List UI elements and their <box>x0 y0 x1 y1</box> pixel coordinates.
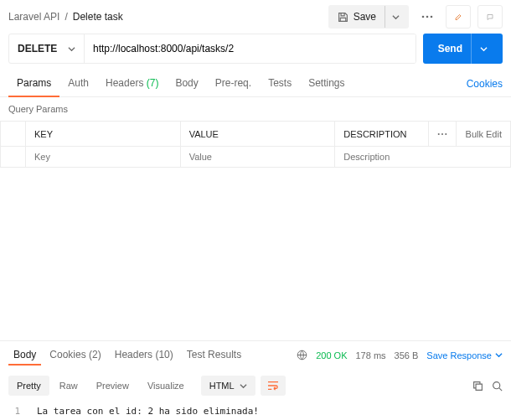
bulk-edit-button[interactable]: Bulk Edit <box>457 122 511 147</box>
view-pretty[interactable]: Pretty <box>8 376 49 396</box>
response-text: La tarea con el id: 2 ha sido eliminada! <box>37 406 259 417</box>
response-body[interactable]: 1 La tarea con el id: 2 ha sido eliminad… <box>0 402 511 420</box>
comment-icon <box>487 12 493 23</box>
tab-count: (7) <box>147 77 159 89</box>
search-icon <box>492 381 503 391</box>
svg-point-0 <box>422 16 425 18</box>
search-button[interactable] <box>492 381 503 391</box>
tab-headers[interactable]: Headers (7) <box>97 70 167 97</box>
chevron-down-icon <box>495 351 503 359</box>
svg-point-5 <box>445 132 446 134</box>
resp-tab-body[interactable]: Body <box>8 345 41 366</box>
method-label: DELETE <box>18 43 57 54</box>
svg-point-4 <box>441 132 443 134</box>
breadcrumb-collection[interactable]: Laravel API <box>8 11 59 23</box>
status-badge: 200 OK <box>316 350 347 360</box>
col-key: KEY <box>26 122 181 147</box>
save-dropdown[interactable] <box>385 6 400 28</box>
query-params-title: Query Params <box>0 97 511 121</box>
send-dropdown[interactable] <box>471 34 488 64</box>
breadcrumb-separator: / <box>65 11 67 23</box>
wrap-icon <box>267 381 279 391</box>
tab-label: Settings <box>308 77 344 89</box>
tab-settings[interactable]: Settings <box>300 70 353 97</box>
desc-input[interactable] <box>343 152 502 162</box>
size-badge: 356 B <box>395 350 419 360</box>
format-label: HTML <box>209 381 235 391</box>
line-number: 1 <box>8 406 20 417</box>
resp-tab-headers[interactable]: Headers (10) <box>110 345 178 366</box>
table-row <box>1 147 511 168</box>
save-resp-label: Save Response <box>426 350 492 360</box>
edit-button[interactable] <box>446 5 471 29</box>
svg-point-1 <box>426 16 429 18</box>
key-input[interactable] <box>34 152 172 162</box>
tab-prereq[interactable]: Pre-req. <box>207 70 260 97</box>
comment-button[interactable] <box>477 5 503 29</box>
tab-count: (2) <box>89 349 101 360</box>
resp-tab-cookies[interactable]: Cookies (2) <box>44 345 106 366</box>
tab-label: Cookies <box>49 349 85 360</box>
format-selector[interactable]: HTML <box>201 376 256 396</box>
params-table: KEY VALUE DESCRIPTION Bulk Edit <box>0 121 511 168</box>
tab-count: (10) <box>155 349 173 360</box>
copy-icon <box>472 381 483 391</box>
resp-tab-tests[interactable]: Test Results <box>182 345 246 366</box>
save-label: Save <box>354 11 376 23</box>
breadcrumb: Laravel API / Delete task <box>8 11 328 23</box>
tab-label: Params <box>17 77 51 89</box>
chevron-down-icon <box>240 382 247 390</box>
send-button[interactable]: Send <box>423 34 503 64</box>
col-checkbox <box>1 122 26 147</box>
col-more[interactable] <box>429 122 457 147</box>
tab-label: Headers <box>106 77 143 89</box>
col-desc: DESCRIPTION <box>335 122 429 147</box>
tab-label: Tests <box>268 77 292 89</box>
wrap-lines-button[interactable] <box>261 376 286 396</box>
view-preview[interactable]: Preview <box>88 376 137 396</box>
svg-point-2 <box>431 16 433 18</box>
value-input[interactable] <box>189 152 327 162</box>
tab-label: Headers <box>115 349 152 360</box>
tab-tests[interactable]: Tests <box>260 70 300 97</box>
url-input[interactable] <box>85 34 416 63</box>
send-label: Send <box>438 43 462 54</box>
chevron-down-icon <box>392 13 400 21</box>
save-response-button[interactable]: Save Response <box>426 350 503 360</box>
col-value: VALUE <box>180 122 335 147</box>
view-raw[interactable]: Raw <box>51 376 86 396</box>
tab-label: Body <box>175 77 198 89</box>
dots-icon <box>421 15 433 18</box>
method-selector[interactable]: DELETE <box>9 34 85 63</box>
chevron-down-icon <box>68 45 75 53</box>
svg-point-3 <box>438 132 440 134</box>
tab-label: Auth <box>68 77 89 89</box>
more-actions-button[interactable] <box>416 5 439 29</box>
svg-point-7 <box>493 381 500 388</box>
copy-button[interactable] <box>472 381 483 391</box>
tab-params[interactable]: Params <box>8 70 59 97</box>
save-button[interactable]: Save <box>328 5 409 29</box>
tab-auth[interactable]: Auth <box>59 70 97 97</box>
network-icon[interactable] <box>297 350 307 360</box>
view-visualize[interactable]: Visualize <box>139 376 193 396</box>
cookies-link[interactable]: Cookies <box>467 78 503 90</box>
dots-icon <box>437 132 447 136</box>
tab-body[interactable]: Body <box>167 70 206 97</box>
tab-label: Pre-req. <box>215 77 251 89</box>
save-icon <box>338 12 348 23</box>
pencil-icon <box>455 12 462 23</box>
breadcrumb-request[interactable]: Delete task <box>73 11 123 23</box>
chevron-down-icon <box>480 45 488 53</box>
time-badge: 178 ms <box>356 350 386 360</box>
